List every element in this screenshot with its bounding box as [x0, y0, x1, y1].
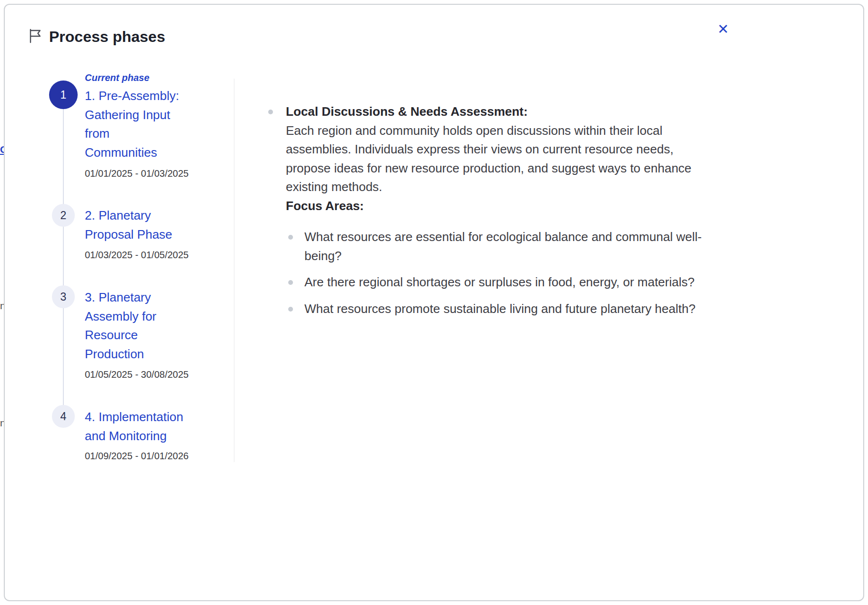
content-divider	[234, 79, 234, 462]
phase-4-number-badge[interactable]: 4	[52, 405, 75, 428]
phase-2-number-badge[interactable]: 2	[52, 204, 75, 227]
phase-4-number: 4	[61, 410, 67, 423]
focus-areas-label: Focus Areas:	[286, 197, 738, 216]
focus-item-3: What resources promote sustainable livin…	[304, 300, 719, 319]
detail-bullet-item: Local Discussions & Needs Assessment: Ea…	[267, 102, 738, 318]
phase-detail-panel: Local Discussions & Needs Assessment: Ea…	[267, 102, 738, 326]
bullet-dot-icon	[288, 280, 293, 285]
current-phase-label: Current phase	[85, 72, 150, 83]
phase-1-number-badge[interactable]: 1	[49, 81, 78, 109]
bullet-dot-icon	[288, 235, 293, 240]
phase-3-dates: 01/05/2025 - 30/08/2025	[85, 369, 189, 380]
phase-3-number: 3	[61, 291, 67, 303]
bullet-dot-icon	[288, 307, 293, 312]
close-button[interactable]: ✕	[713, 19, 734, 40]
phase-1-number: 1	[61, 89, 67, 101]
close-icon: ✕	[717, 21, 729, 37]
bullet-dot-icon	[268, 110, 273, 114]
phase-3-number-badge[interactable]: 3	[52, 285, 75, 308]
phase-3-title-link[interactable]: 3. Planetary Assembly for Resource Produ…	[85, 288, 156, 363]
flag-icon	[27, 28, 43, 44]
detail-paragraph: Each region and community holds open dis…	[286, 121, 716, 197]
phase-4-title-link[interactable]: 4. Implementation and Monitoring	[85, 408, 183, 445]
phase-2-number: 2	[61, 209, 67, 222]
focus-item-2: Are there regional shortages or surpluse…	[304, 273, 719, 292]
focus-item-1: What resources are essential for ecologi…	[304, 228, 719, 265]
focus-areas-list: What resources are essential for ecologi…	[304, 228, 738, 318]
modal-title: Process phases	[49, 26, 165, 47]
phase-4-dates: 01/09/2025 - 01/01/2026	[85, 451, 189, 462]
phase-1-title-link[interactable]: 1. Pre-Assembly: Gathering Input from Co…	[85, 87, 179, 162]
phase-1-dates: 01/01/2025 - 01/03/2025	[85, 168, 189, 179]
phase-2-title-link[interactable]: 2. Planetary Proposal Phase	[85, 206, 172, 244]
phase-2-dates: 01/03/2025 - 01/05/2025	[85, 250, 189, 261]
stepper-connector-line	[63, 95, 64, 416]
focus-item-2-text: Are there regional shortages or surpluse…	[304, 275, 695, 289]
process-phases-modal: Process phases ✕ 1 2 3 4 Current phase 1…	[4, 4, 864, 601]
detail-heading: Local Discussions & Needs Assessment:	[286, 102, 738, 121]
focus-item-1-text: What resources are essential for ecologi…	[304, 230, 702, 263]
focus-item-3-text: What resources promote sustainable livin…	[304, 302, 696, 316]
